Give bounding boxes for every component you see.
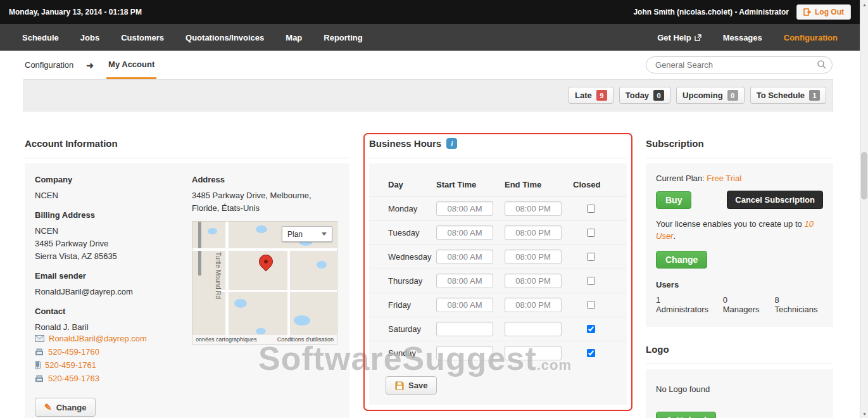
nav-right-group: Get Help Messages Configuration xyxy=(646,24,848,51)
logged-in-user: John Smith (nicolas.cholet) - Administra… xyxy=(633,8,789,16)
upcoming-filter-button[interactable]: Upcoming 0 xyxy=(676,87,745,104)
change-plan-button[interactable]: Change xyxy=(656,251,707,269)
closed-checkbox-friday[interactable] xyxy=(587,301,595,309)
cancel-subscription-button[interactable]: Cancel Subscription xyxy=(727,191,823,209)
map-attribution-right[interactable]: Conditions d'utilisation xyxy=(277,336,334,343)
account-information-panel: Company NCEN Billing Address NCEN 3485 P… xyxy=(25,163,349,418)
scrollbar-thumb[interactable] xyxy=(861,152,867,200)
tab-my-account[interactable]: My Account xyxy=(106,51,156,79)
closed-checkbox-wednesday[interactable] xyxy=(587,253,595,261)
subscription-buttons-row: Buy Cancel Subscription xyxy=(656,191,823,209)
address-value: 3485 Parkway Drive, Melbourne, Floride, … xyxy=(192,189,339,215)
external-link-icon xyxy=(695,34,701,41)
closed-checkbox-tuesday[interactable] xyxy=(587,229,595,237)
contact-email-link[interactable]: RonaldJBaril@dayrep.com xyxy=(49,334,147,343)
info-icon[interactable]: i xyxy=(446,138,457,149)
map-water xyxy=(294,315,310,326)
closed-checkbox-monday[interactable] xyxy=(587,205,595,213)
search-icon[interactable] xyxy=(817,60,827,70)
logo-title: Logo xyxy=(646,344,833,364)
business-hours-header: Day Start Time End Time Closed xyxy=(369,163,627,196)
start-time-input-wednesday[interactable] xyxy=(436,250,493,264)
day-label: Tuesday xyxy=(388,228,436,238)
buy-button[interactable]: Buy xyxy=(656,191,691,209)
day-label: Saturday xyxy=(388,324,436,334)
map-water xyxy=(208,228,217,234)
start-time-input-friday[interactable] xyxy=(436,298,493,312)
license-text: Your license enables you to create up to… xyxy=(656,218,828,242)
no-logo-text: No Logo found xyxy=(656,384,823,394)
map-attribution-left: onnées cartographiques xyxy=(196,336,257,343)
column-day: Day xyxy=(388,180,436,189)
nav-item-jobs[interactable]: Jobs xyxy=(70,24,110,51)
breadcrumb-row: Configuration ➜ My Account xyxy=(0,51,860,79)
business-hours-title: Business Hours xyxy=(369,138,441,149)
late-label: Late xyxy=(575,91,592,100)
closed-checkbox-thursday[interactable] xyxy=(587,277,595,285)
to-schedule-filter-button[interactable]: To Schedule 1 xyxy=(750,87,826,104)
search-container xyxy=(646,56,833,73)
page-scrollbar[interactable]: ▲ ▼ xyxy=(860,0,868,418)
map-attribution: onnées cartographiques Conditions d'util… xyxy=(192,335,337,344)
start-time-input-saturday[interactable] xyxy=(436,322,493,336)
map-pin-icon[interactable] xyxy=(256,251,275,271)
map-road xyxy=(225,222,229,345)
current-plan-value: Free Trial xyxy=(707,174,741,183)
fax-icon xyxy=(35,348,44,356)
nav-item-configuration[interactable]: Configuration xyxy=(773,24,848,51)
managers-count: 0 Managers xyxy=(723,295,765,314)
map-type-label: Plan xyxy=(287,230,303,239)
map-road xyxy=(192,248,337,251)
logout-icon xyxy=(803,8,811,16)
start-time-input-sunday[interactable] xyxy=(436,346,493,360)
phone-link-2[interactable]: 520-459-1761 xyxy=(45,360,96,370)
subscription-panel: Current Plan: Free Trial Buy Cancel Subs… xyxy=(646,163,833,327)
breadcrumb-configuration[interactable]: Configuration xyxy=(25,60,73,70)
start-time-input-tuesday[interactable] xyxy=(436,225,493,240)
upload-logo-button[interactable]: ⇧ Upload xyxy=(656,412,716,418)
business-hours-row-sunday: Sunday xyxy=(369,341,627,365)
start-time-input-monday[interactable] xyxy=(436,201,493,216)
start-time-input-thursday[interactable] xyxy=(436,274,493,288)
closed-checkbox-sunday[interactable] xyxy=(587,349,595,357)
mobile-phone-icon xyxy=(35,361,41,369)
end-time-input-sunday[interactable] xyxy=(505,346,562,360)
end-time-input-wednesday[interactable] xyxy=(505,250,562,264)
phone-link-3[interactable]: 520-459-1763 xyxy=(48,374,99,383)
nav-item-reporting[interactable]: Reporting xyxy=(313,24,373,51)
closed-checkbox-saturday[interactable] xyxy=(587,325,595,333)
search-input[interactable] xyxy=(646,56,833,73)
column-start-time: Start Time xyxy=(436,180,505,189)
map-type-dropdown[interactable]: Plan xyxy=(282,226,332,242)
upcoming-count-badge: 0 xyxy=(727,90,738,101)
end-time-input-thursday[interactable] xyxy=(505,274,562,288)
nav-item-customers[interactable]: Customers xyxy=(110,24,175,51)
end-time-input-monday[interactable] xyxy=(505,201,562,216)
to-schedule-label: To Schedule xyxy=(757,91,805,100)
column-end-time: End Time xyxy=(505,180,573,189)
late-filter-button[interactable]: Late 9 xyxy=(569,87,613,104)
end-time-input-tuesday[interactable] xyxy=(505,225,562,240)
nav-item-schedule[interactable]: Schedule xyxy=(11,24,70,51)
nav-item-quotations-invoices[interactable]: Quotations/Invoices xyxy=(175,24,275,51)
logout-button[interactable]: Log Out xyxy=(796,4,851,20)
pencil-icon: ✎ xyxy=(44,402,52,412)
map-road xyxy=(287,248,290,345)
nav-item-messages[interactable]: Messages xyxy=(712,24,773,51)
end-time-input-saturday[interactable] xyxy=(505,322,562,336)
end-time-input-friday[interactable] xyxy=(505,298,562,312)
breadcrumb: Configuration ➜ My Account xyxy=(25,51,156,79)
today-count-badge: 0 xyxy=(653,90,664,101)
upload-label: Upload xyxy=(677,415,707,418)
scroll-up-icon[interactable]: ▲ xyxy=(860,0,868,9)
phone-link-1[interactable]: 520-459-1760 xyxy=(48,347,99,357)
save-button[interactable]: Save xyxy=(386,376,437,395)
scroll-down-icon[interactable]: ▼ xyxy=(860,409,868,418)
nav-item-map[interactable]: Map xyxy=(275,24,313,51)
map-canvas[interactable]: Turtle Mound Rd Plan onnées cartographiq… xyxy=(192,221,337,345)
nav-item-get-help[interactable]: Get Help xyxy=(646,24,712,51)
top-bar: Monday, January 13, 2014 - 01:18 PM John… xyxy=(0,0,860,24)
today-filter-button[interactable]: Today 0 xyxy=(619,87,670,104)
map-water xyxy=(256,328,266,334)
change-account-button[interactable]: ✎ Change xyxy=(35,398,96,417)
